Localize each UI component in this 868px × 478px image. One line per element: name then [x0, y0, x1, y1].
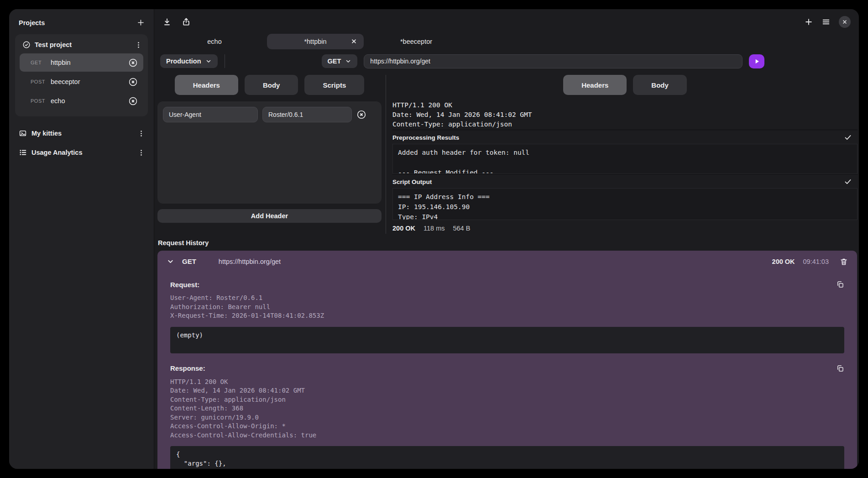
check-icon	[844, 133, 852, 142]
remove-circle-icon	[128, 58, 138, 68]
tab-request-body[interactable]: Body	[245, 75, 298, 95]
project-menu-button[interactable]	[135, 41, 142, 49]
sidebar-request-httpbin[interactable]: GET httpbin	[20, 53, 143, 72]
script-output-title: Script Output	[392, 179, 432, 185]
header-value-input[interactable]	[262, 107, 352, 122]
project-name: Test project	[35, 41, 131, 48]
tab-label: Headers	[581, 81, 608, 89]
tab-beeceptor[interactable]: *beeceptor	[368, 34, 465, 49]
tab-label: Body	[263, 81, 280, 89]
kebab-icon	[135, 41, 142, 49]
play-icon	[753, 58, 760, 65]
headers-panel	[157, 101, 382, 204]
copy-icon	[836, 364, 844, 373]
tab-response-body[interactable]: Body	[633, 75, 687, 95]
collection-name: Usage Analytics	[31, 149, 133, 156]
request-section-label: Request:	[170, 281, 199, 289]
delete-request-button[interactable]	[128, 58, 138, 68]
collection-menu-button[interactable]	[137, 130, 145, 137]
check-circle-icon	[22, 41, 31, 49]
add-project-button[interactable]	[136, 18, 145, 27]
sidebar-request-echo[interactable]: POST echo	[20, 92, 143, 110]
send-request-button[interactable]	[749, 54, 764, 68]
history-request-body: (empty)	[170, 327, 844, 353]
request-history-title: Request History	[157, 237, 857, 251]
remove-header-button[interactable]	[356, 110, 366, 120]
collection-name: My kitties	[31, 130, 133, 137]
tab-label: Headers	[193, 81, 220, 89]
delete-request-button[interactable]	[128, 96, 138, 106]
close-icon	[842, 19, 847, 25]
preprocessing-title: Preprocessing Results	[392, 134, 459, 141]
delete-history-button[interactable]	[840, 257, 848, 266]
delete-request-button[interactable]	[128, 77, 138, 87]
status-code: 200 OK	[392, 225, 415, 232]
share-icon	[182, 17, 191, 26]
trash-icon	[840, 257, 848, 266]
copy-request-button[interactable]	[836, 280, 844, 289]
list-icon	[19, 148, 27, 157]
request-pane: Headers Body Scripts Add Header	[154, 75, 386, 234]
toolbar	[154, 9, 859, 28]
new-tab-button[interactable]	[804, 17, 813, 26]
response-pane: Headers Body HTTP/1.1 200 OK Date: Wed, …	[386, 75, 859, 234]
history-entry-header[interactable]: GET https://httpbin.org/get 200 OK 09:41…	[157, 251, 857, 272]
check-icon	[844, 178, 852, 186]
tab-label: Scripts	[323, 81, 346, 89]
copy-response-button[interactable]	[836, 364, 844, 373]
url-input[interactable]	[364, 54, 743, 68]
response-headers-preview[interactable]: HTTP/1.1 200 OK Date: Wed, 14 Jan 2026 0…	[392, 100, 858, 130]
image-icon	[19, 129, 27, 137]
project-group: Test project GET httpbin POST beeceptor	[15, 34, 148, 116]
script-output[interactable]: === IP Address Info === IP: 195.146.105.…	[392, 188, 858, 220]
app-window: Projects Test project GET httpbin	[9, 9, 859, 469]
menu-button[interactable]	[821, 17, 831, 26]
sidebar-request-beeceptor[interactable]: POST beeceptor	[20, 73, 143, 91]
tab-label: echo	[207, 38, 221, 45]
request-bar: Production GET	[154, 53, 859, 69]
tab-echo[interactable]: echo	[166, 34, 263, 49]
header-key-input[interactable]	[163, 107, 258, 122]
tab-request-scripts[interactable]: Scripts	[304, 75, 364, 95]
history-response-headers: HTTP/1.1 200 OK Date: Wed, 14 Jan 2026 0…	[170, 378, 844, 440]
tab-bar: echo *httpbin *beeceptor	[154, 34, 859, 49]
close-window-button[interactable]	[839, 16, 851, 28]
export-button[interactable]	[182, 17, 191, 26]
sidebar-item-my-kitties[interactable]: My kitties	[15, 124, 148, 143]
close-tab-button[interactable]	[350, 38, 357, 45]
divider	[225, 54, 225, 68]
request-name: httpbin	[51, 59, 128, 66]
chevron-down-icon	[205, 58, 212, 64]
request-name: echo	[51, 97, 128, 105]
remove-circle-icon	[128, 96, 138, 106]
projects-title: Projects	[19, 19, 45, 26]
tab-response-headers[interactable]: Headers	[563, 75, 627, 95]
collection-menu-button[interactable]	[137, 149, 145, 157]
import-button[interactable]	[162, 17, 172, 26]
request-name: beeceptor	[51, 78, 128, 85]
sidebar: Projects Test project GET httpbin	[9, 9, 154, 469]
environment-label: Production	[166, 58, 201, 65]
remove-circle-icon	[356, 110, 366, 120]
tab-label: *beeceptor	[400, 38, 432, 45]
close-icon	[350, 38, 357, 45]
history-time: 09:41:03	[803, 258, 829, 265]
history-entry-body: Request: User-Agent: Roster/0.6.1 Author…	[157, 272, 857, 469]
environment-dropdown[interactable]: Production	[160, 54, 218, 68]
chevron-down-icon	[345, 58, 351, 64]
history-entry-card: GET https://httpbin.org/get 200 OK 09:41…	[157, 251, 857, 469]
preprocessing-header: Preprocessing Results	[392, 130, 858, 144]
request-method: POST	[31, 79, 51, 84]
preprocessing-output[interactable]: Added auth header for token: null --- Re…	[392, 144, 858, 174]
tab-request-headers[interactable]: Headers	[175, 75, 238, 95]
plus-icon	[136, 18, 145, 27]
add-header-button[interactable]: Add Header	[157, 209, 382, 223]
chevron-down-icon[interactable]	[167, 257, 174, 265]
method-dropdown[interactable]: GET	[322, 54, 358, 68]
tab-httpbin[interactable]: *httpbin	[267, 34, 364, 49]
tab-label: *httpbin	[304, 38, 326, 45]
remove-circle-icon	[128, 77, 138, 87]
sidebar-item-usage-analytics[interactable]: Usage Analytics	[15, 143, 148, 162]
download-icon	[162, 17, 172, 26]
method-label: GET	[328, 58, 341, 65]
